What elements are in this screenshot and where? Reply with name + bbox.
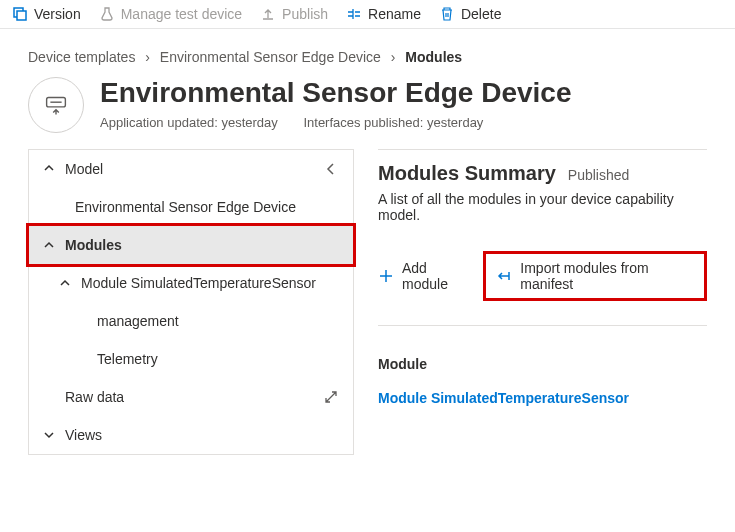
chevron-right-icon: ›	[145, 49, 150, 65]
expand-diagonal-icon[interactable]	[323, 389, 339, 405]
tree-item-management[interactable]: management	[29, 302, 353, 340]
tree-item-telemetry[interactable]: Telemetry	[29, 340, 353, 378]
version-icon	[12, 6, 28, 22]
tree-label-device: Environmental Sensor Edge Device	[75, 199, 296, 215]
add-module-button[interactable]: Add module	[378, 260, 471, 292]
chevron-down-icon	[43, 429, 55, 441]
delete-label: Delete	[461, 6, 501, 22]
tree-item-device[interactable]: Environmental Sensor Edge Device	[29, 188, 353, 226]
breadcrumb-root[interactable]: Device templates	[28, 49, 135, 65]
summary-title: Modules Summary	[378, 162, 556, 185]
side-tree-panel: Model Environmental Sensor Edge Device M…	[28, 149, 354, 455]
rename-button[interactable]: Rename	[346, 6, 421, 22]
meta-published: Interfaces published: yesterday	[303, 115, 483, 130]
plus-icon	[378, 268, 394, 284]
tree-label-raw-data: Raw data	[65, 389, 124, 405]
tree-label-telemetry: Telemetry	[97, 351, 158, 367]
import-modules-button[interactable]: Import modules from manifest	[496, 260, 694, 292]
breadcrumb-device[interactable]: Environmental Sensor Edge Device	[160, 49, 381, 65]
version-button[interactable]: Version	[12, 6, 81, 22]
svg-rect-1	[17, 11, 26, 20]
publish-button: Publish	[260, 6, 328, 22]
top-toolbar: Version Manage test device Publish Renam…	[0, 0, 735, 29]
rename-icon	[346, 6, 362, 22]
publish-label: Publish	[282, 6, 328, 22]
tree-label-module-sim: Module SimulatedTemperatureSensor	[81, 275, 316, 291]
page-title: Environmental Sensor Edge Device	[100, 77, 572, 109]
summary-description: A list of all the modules in your device…	[378, 191, 707, 223]
device-template-icon	[28, 77, 84, 133]
manage-test-device-button: Manage test device	[99, 6, 242, 22]
import-modules-label: Import modules from manifest	[520, 260, 694, 292]
module-section-title: Module	[378, 356, 707, 372]
trash-icon	[439, 6, 455, 22]
tree-item-model[interactable]: Model	[29, 150, 353, 188]
chevron-up-icon	[43, 161, 55, 177]
modules-summary-panel: Modules Summary Published A list of all …	[378, 149, 707, 406]
chevron-up-icon	[59, 277, 71, 289]
tree-label-views: Views	[65, 427, 102, 443]
summary-status: Published	[568, 167, 630, 183]
delete-button[interactable]: Delete	[439, 6, 501, 22]
tree-item-modules[interactable]: Modules	[29, 226, 353, 264]
add-module-label: Add module	[402, 260, 471, 292]
tree-item-raw-data[interactable]: Raw data	[29, 378, 353, 416]
rename-label: Rename	[368, 6, 421, 22]
tree-label-management: management	[97, 313, 179, 329]
tree-item-module-sim[interactable]: Module SimulatedTemperatureSensor	[29, 264, 353, 302]
meta-updated: Application updated: yesterday	[100, 115, 278, 130]
tree-label-model: Model	[65, 161, 103, 177]
tree-item-views[interactable]: Views	[29, 416, 353, 454]
page-meta: Application updated: yesterday Interface…	[100, 115, 572, 130]
version-label: Version	[34, 6, 81, 22]
page-header: Environmental Sensor Edge Device Applica…	[28, 77, 707, 133]
breadcrumb-current: Modules	[405, 49, 462, 65]
import-icon	[496, 268, 512, 284]
breadcrumb: Device templates › Environmental Sensor …	[28, 49, 707, 65]
tree-label-modules: Modules	[65, 237, 122, 253]
module-link[interactable]: Module SimulatedTemperatureSensor	[378, 390, 707, 406]
chevron-right-icon: ›	[391, 49, 396, 65]
collapse-left-icon[interactable]	[323, 161, 339, 177]
publish-icon	[260, 6, 276, 22]
flask-icon	[99, 6, 115, 22]
chevron-up-icon	[43, 239, 55, 251]
manage-label: Manage test device	[121, 6, 242, 22]
